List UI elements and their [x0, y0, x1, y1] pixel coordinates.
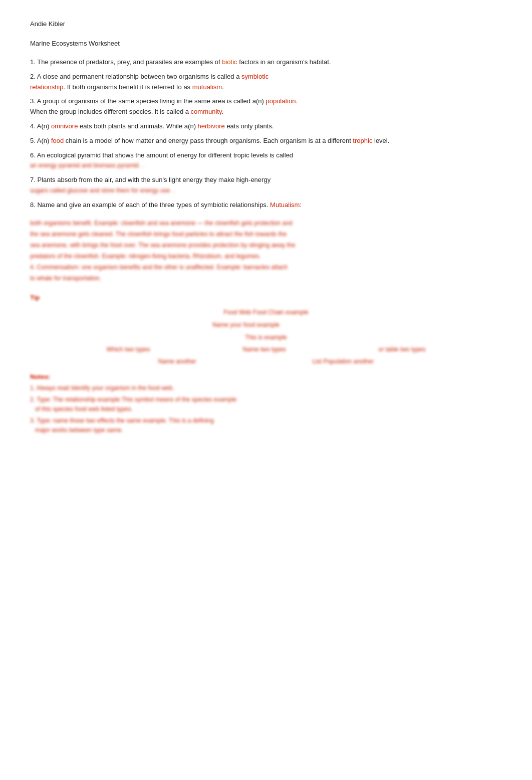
- q7-text-before: 7. Plants absorb: [30, 176, 79, 183]
- q6-text: 6. An ecological pyramid that shows the …: [30, 151, 293, 159]
- q5-highlight2: trophic: [353, 137, 372, 144]
- bottom-label: Notes:: [30, 373, 502, 380]
- author: Andie Kibler: [30, 20, 502, 28]
- q5-text-middle: chain is a model of how matter and energ…: [64, 137, 353, 144]
- diagram-left-label: Name your food example: [212, 321, 280, 328]
- q4-text-after: eats only plants.: [225, 122, 274, 130]
- q5-highlight1: food: [51, 137, 64, 144]
- q4-highlight2: herbivore: [198, 122, 225, 130]
- q3-highlight2: community: [191, 108, 222, 115]
- diagram-row3-right: or table two types: [378, 346, 425, 353]
- q1-text-before: 1. The presence of predators, prey, and …: [30, 58, 222, 66]
- q4-highlight1: omnivore: [51, 122, 78, 130]
- diagram-row4-right: List Population another: [312, 358, 374, 365]
- diagram-center-label: Food Web Food Chain example: [223, 309, 308, 316]
- q5-text-after: level.: [372, 137, 389, 144]
- question-6: 6. An ecological pyramid that shows the …: [30, 150, 502, 171]
- q4-text-before: 4. A(n): [30, 122, 51, 130]
- diagram-row3-center: Name two types: [243, 346, 286, 353]
- q1-text-after: factors in an organism’s habitat.: [237, 58, 331, 66]
- bottom-item-3: 3. Type: name those two effects the same…: [30, 416, 502, 435]
- tip-label: Tip: [30, 294, 502, 301]
- q1-highlight: biotic: [222, 58, 237, 66]
- q3-text-middle: When the group includes different specie…: [30, 108, 191, 115]
- question-3: 3. A group of organisms of the same spec…: [30, 96, 502, 117]
- question-1: 1. The presence of predators, prey, and …: [30, 57, 502, 68]
- bottom-item-1: 1. Always read Identify your organism in…: [30, 383, 502, 393]
- q4-text-middle: eats both plants and animals. While a(n): [78, 122, 197, 130]
- q8-text-before: 8. Name and give an example of each of t…: [30, 201, 270, 209]
- question-4: 4. A(n) omnivore eats both plants and an…: [30, 121, 502, 132]
- diagram-area: Food Web Food Chain example Name your fo…: [30, 308, 502, 365]
- q5-text-before: 5. A(n): [30, 137, 51, 144]
- bottom-item-2: 2. Type: The relationship example This s…: [30, 395, 502, 414]
- q6-blurred: an energy pyramid and biomass pyramid.: [30, 162, 140, 169]
- q2-text-before: 2. A close and permanent relationship be…: [30, 73, 241, 80]
- worksheet-title: Marine Ecosystems Worksheet: [30, 40, 502, 47]
- q2-highlight2: mutualism: [192, 83, 222, 91]
- diagram-row3-left: Which two types: [106, 346, 150, 353]
- diagram-right-label: This is example: [245, 334, 287, 341]
- q2-relationship: relationship: [30, 83, 64, 91]
- q3-text-before: 3. A group of organisms of the same spec…: [30, 97, 265, 105]
- q7-blurred: sugars called glucose and store them for…: [30, 187, 171, 194]
- bottom-section: Notes: 1. Always read Identify your orga…: [30, 373, 502, 436]
- q7-text-after: from the air, and with the sun's light e…: [79, 176, 271, 183]
- question-8: 8. Name and give an example of each of t…: [30, 200, 502, 211]
- q3-highlight1: population: [265, 97, 296, 105]
- question-5: 5. A(n) food chain is a model of how mat…: [30, 136, 502, 146]
- q2-highlight1: symbiotic: [241, 73, 269, 80]
- q8-blurred-content: both organisms benefit. Example: clownfi…: [30, 215, 502, 287]
- question-7: 7. Plants absorb from the air, and with …: [30, 175, 502, 196]
- q2-text-between: . If both organisms benefit it is referr…: [64, 83, 192, 91]
- q8-highlight: Mutualism:: [270, 201, 302, 209]
- diagram-row4-left: Name another: [158, 358, 196, 365]
- question-2: 2. A close and permanent relationship be…: [30, 72, 502, 93]
